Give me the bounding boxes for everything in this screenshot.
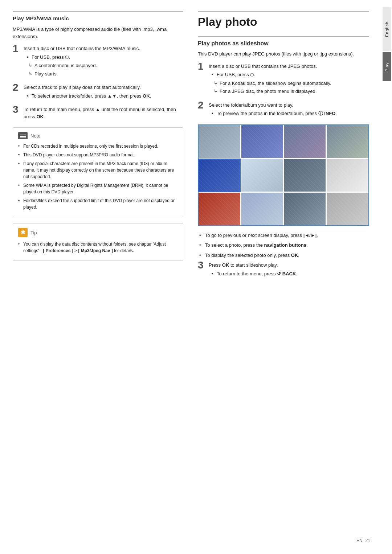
note-label: Note bbox=[30, 133, 40, 139]
note-item-5: Folders/files exceed the supported limit… bbox=[18, 197, 178, 210]
right-column: Play photo Play photos as slideshow This… bbox=[198, 11, 369, 543]
up-arrow-symbol: ▲ bbox=[95, 107, 100, 112]
tip-item-1: You can display the data disc contents w… bbox=[18, 241, 178, 254]
photo-cell-8 bbox=[327, 159, 368, 192]
step-2-content: Select a track to play if play does not … bbox=[24, 84, 183, 101]
after-grid-bullet-1: To go to previous or next screen display… bbox=[199, 232, 369, 239]
note-header: Note bbox=[18, 132, 178, 139]
main-content: Play MP3/WMA music MP3/WMA is a type of … bbox=[0, 0, 382, 554]
ok-label-4: OK bbox=[222, 262, 229, 268]
right-step-1-arrow-1: For a Kodak disc, the slideshow begins a… bbox=[214, 80, 369, 87]
step-1-arrow-2: Play starts. bbox=[29, 70, 183, 78]
note-icon bbox=[18, 132, 28, 139]
side-tab-english: English bbox=[383, 7, 391, 51]
tip-pref-link: [ Preferences ] bbox=[43, 248, 73, 253]
right-step-2: 2 Select the folder/album you want to pl… bbox=[198, 102, 369, 119]
page-number-area: EN 21 bbox=[356, 538, 370, 543]
left-column: Play MP3/WMA music MP3/WMA is a type of … bbox=[13, 11, 183, 543]
photo-cell-6 bbox=[241, 159, 283, 192]
right-step-3-number: 3 bbox=[198, 260, 206, 270]
step-3: 3 To return to the main menu, press ▲ un… bbox=[13, 106, 183, 122]
note-box: Note For CDs recorded in multiple sessio… bbox=[13, 127, 183, 217]
step-3-main: To return to the main menu, press ▲ unti… bbox=[24, 106, 183, 120]
right-step-2-number: 2 bbox=[198, 100, 206, 110]
right-step-1: 1 Insert a disc or USB that contains the… bbox=[198, 63, 369, 97]
photo-cell-2 bbox=[241, 125, 283, 158]
back-symbol: ↺ BACK bbox=[277, 271, 296, 276]
side-tab: English Play bbox=[382, 0, 392, 554]
photo-cell-9 bbox=[199, 193, 240, 225]
right-step-1-content: Insert a disc or USB that contains the J… bbox=[209, 63, 369, 97]
tip-header: ✱ Tip bbox=[18, 228, 178, 237]
right-step-1-bullets: For USB, press ⬡. bbox=[212, 71, 369, 78]
right-step-2-bullet-1: To preview the photos in the folder/albu… bbox=[212, 110, 369, 117]
photo-cell-5-highlighted bbox=[199, 159, 240, 192]
photo-cell-1 bbox=[199, 125, 240, 158]
ok-label-2: OK bbox=[36, 114, 44, 119]
photo-cell-12 bbox=[327, 193, 368, 225]
after-grid-bullet-2: To select a photo, press the navigation … bbox=[199, 242, 369, 249]
tip-box: ✱ Tip You can display the data disc cont… bbox=[13, 223, 183, 261]
note-item-4: Some WMA is protected by Digital Rights … bbox=[18, 182, 178, 195]
tip-nav-link: [ Mp3/Jpeg Nav ] bbox=[78, 248, 113, 253]
ok-label-1: OK bbox=[143, 93, 150, 99]
prev-next-symbol: |◄/►| bbox=[303, 233, 317, 238]
right-intro: This DVD player can play JPEG photos (fi… bbox=[198, 50, 369, 58]
right-step-3-main: Press OK to start slideshow play. bbox=[209, 262, 369, 269]
right-step-1-number: 1 bbox=[198, 61, 206, 71]
step-1: 1 Insert a disc or USB that contains the… bbox=[13, 45, 183, 79]
photo-cell-4 bbox=[327, 125, 368, 158]
photo-cell-11 bbox=[284, 193, 326, 225]
step-2-number: 2 bbox=[13, 82, 21, 93]
step-3-number: 3 bbox=[13, 104, 21, 115]
right-step-1-main: Insert a disc or USB that contains the J… bbox=[209, 63, 369, 70]
photo-cell-10 bbox=[241, 193, 283, 225]
page-footer: EN 21 bbox=[13, 538, 370, 543]
step-2-bullets: To select another track/folder, press ▲▼… bbox=[26, 93, 183, 100]
left-intro: MP3/WMA is a type of highly compressed a… bbox=[13, 26, 183, 40]
right-step-1-bullet-1: For USB, press ⬡. bbox=[212, 71, 369, 78]
step-2-main: Select a track to play if play does not … bbox=[24, 84, 183, 91]
right-step-2-content: Select the folder/album you want to play… bbox=[209, 102, 369, 119]
ok-label-3: OK bbox=[291, 253, 298, 258]
page-container: Play MP3/WMA music MP3/WMA is a type of … bbox=[0, 0, 392, 554]
side-tab-play: Play bbox=[383, 52, 391, 81]
info-symbol: ⓘ INFO bbox=[318, 111, 336, 116]
note-item-2: This DVD player does not support MP3PRO … bbox=[18, 152, 178, 158]
tip-label: Tip bbox=[30, 230, 37, 235]
note-icon-lines bbox=[20, 135, 26, 135]
note-item-1: For CDs recorded in multiple sessions, o… bbox=[18, 143, 178, 149]
nav-buttons-label: navigation buttons bbox=[264, 242, 306, 248]
note-item-3: If any special characters are present in… bbox=[18, 160, 178, 180]
step-1-arrow-1: A contents menu is displayed. bbox=[29, 62, 183, 69]
right-step-2-main: Select the folder/album you want to play… bbox=[209, 102, 369, 109]
step-1-arrows: A contents menu is displayed. Play start… bbox=[29, 62, 183, 77]
right-step-3: 3 Press OK to start slideshow play. To r… bbox=[198, 262, 369, 279]
after-grid-bullets: To go to previous or next screen display… bbox=[199, 232, 369, 259]
step-2-bullet-1: To select another track/folder, press ▲▼… bbox=[26, 93, 183, 100]
step-1-bullets: For USB, press ⬡. bbox=[26, 54, 183, 61]
right-step-3-content: Press OK to start slideshow play. To ret… bbox=[209, 262, 369, 279]
note-list: For CDs recorded in multiple sessions, o… bbox=[18, 143, 178, 210]
right-main-title: Play photo bbox=[198, 11, 369, 29]
photo-grid bbox=[198, 124, 369, 226]
left-section-title: Play MP3/WMA music bbox=[13, 11, 183, 21]
right-step-3-bullets: To return to the menu, press ↺ BACK. bbox=[212, 270, 369, 278]
after-grid-bullet-3: To display the selected photo only, pres… bbox=[199, 252, 369, 259]
tip-list: You can display the data disc contents w… bbox=[18, 241, 178, 254]
page-number: 21 bbox=[366, 538, 370, 543]
step-1-main: Insert a disc or USB that contains the M… bbox=[24, 45, 183, 52]
photo-cell-3 bbox=[284, 125, 326, 158]
right-step-1-arrows: For a Kodak disc, the slideshow begins a… bbox=[214, 80, 369, 95]
right-step-3-bullet-1: To return to the menu, press ↺ BACK. bbox=[212, 270, 369, 278]
step-1-number: 1 bbox=[13, 44, 21, 54]
nav-symbol: ▲▼ bbox=[107, 93, 117, 99]
right-step-2-bullets: To preview the photos in the folder/albu… bbox=[212, 110, 369, 117]
right-subsection-title: Play photos as slideshow bbox=[198, 36, 369, 47]
right-step-1-arrow-2: For a JPEG disc, the photo menu is displ… bbox=[214, 88, 369, 95]
page-lang: EN bbox=[356, 538, 363, 543]
step-1-bullet-1: For USB, press ⬡. bbox=[26, 54, 183, 61]
step-2: 2 Select a track to play if play does no… bbox=[13, 84, 183, 101]
usb-symbol-2: ⬡ bbox=[250, 72, 254, 77]
photo-cell-7 bbox=[284, 159, 326, 192]
